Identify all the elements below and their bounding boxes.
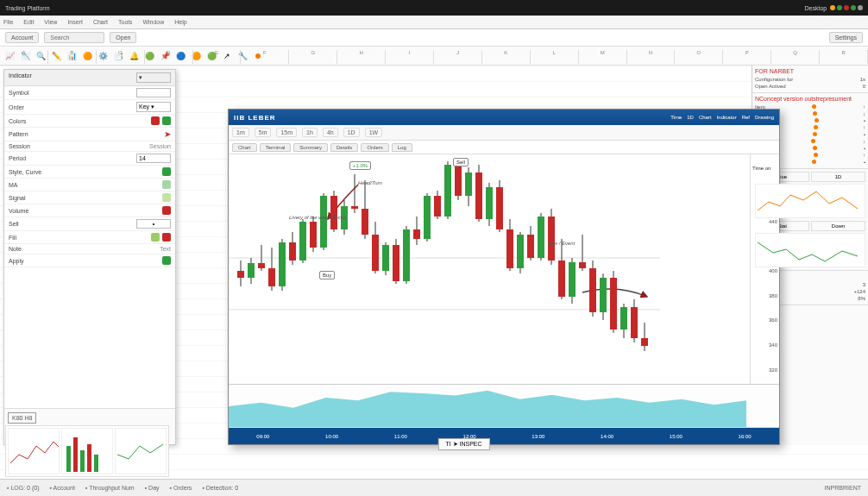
right-mini-chart-1 (755, 184, 865, 218)
timeframe-button[interactable]: 1h (302, 128, 318, 137)
bottom-mini-3 (115, 428, 167, 474)
menu-item[interactable]: View (44, 19, 57, 25)
color-swatch[interactable] (162, 206, 171, 215)
candle (517, 154, 524, 361)
panel-row: Sell• (4, 217, 175, 231)
color-swatch[interactable] (151, 233, 160, 242)
chart-tab[interactable]: Orders (361, 143, 388, 152)
menu-item[interactable]: Chart (93, 19, 108, 25)
col-head: A (0, 50, 48, 64)
color-swatch[interactable] (151, 116, 160, 125)
ribbon-open[interactable]: Open (110, 32, 136, 43)
right-header-1: FOR NARBET (755, 68, 865, 74)
col-head: K (482, 50, 531, 64)
candle (268, 154, 275, 361)
sell-button[interactable]: • (136, 219, 171, 229)
dropdown[interactable]: Key ▾ (136, 102, 171, 112)
status-dot (858, 5, 863, 10)
chart-tab[interactable]: Terminal (260, 143, 292, 152)
status-dot (844, 5, 849, 10)
panel-row-label: Apply (9, 258, 160, 264)
candle (403, 154, 410, 361)
orange-dot-icon (812, 104, 816, 109)
candle (486, 154, 493, 361)
status-dot (830, 5, 835, 10)
bottom-mini-1 (8, 428, 60, 474)
candle (455, 154, 462, 361)
menu-item[interactable]: Window (142, 19, 164, 25)
chart-tab[interactable]: Chart (232, 143, 257, 152)
color-swatch[interactable] (162, 116, 171, 125)
chart-plot[interactable]: +1.0%BuySellHead/Turn Livery of the work… (229, 154, 750, 384)
left-panel: Indicator ▾ Symbol OrderKey ▾ColorsPatte… (3, 69, 176, 445)
menu-item[interactable]: File (3, 19, 13, 25)
info-line: Open Actived0 (755, 83, 865, 90)
param-input[interactable] (136, 154, 171, 163)
ribbon-search[interactable] (44, 32, 104, 43)
chart-badge: +1.0% (349, 161, 371, 170)
ribbon-settings[interactable]: Settings (829, 32, 863, 43)
ribbon-account[interactable]: Account (5, 32, 39, 43)
panel-row-label: Signal (9, 195, 160, 201)
panel-row: Apply (4, 254, 175, 267)
color-swatch[interactable] (162, 256, 171, 265)
titlebar-item[interactable]: 1D (687, 115, 694, 120)
menu-item[interactable]: Tools (118, 19, 132, 25)
titlebar-item[interactable]: Chart (699, 115, 712, 120)
col-head: F (241, 50, 289, 64)
timeframe-button[interactable]: 1W (365, 128, 383, 137)
menu-item[interactable]: Edit (23, 19, 34, 25)
candle (538, 154, 544, 361)
symbol-input[interactable] (136, 88, 171, 97)
panel-row: OrderKey ▾ (4, 100, 175, 115)
bottom-mini-charts (5, 425, 169, 477)
chart-titlebar[interactable]: IIB LEBER Time1DChartIndicatorRefDrawing (229, 110, 779, 125)
col-head: P (723, 50, 771, 64)
ytick: 440 (752, 219, 777, 224)
chart-tab[interactable]: Log (392, 143, 412, 152)
panel-row: Pattern➤ (4, 128, 175, 141)
candle (382, 154, 389, 361)
ytick: 380 (752, 293, 777, 298)
timeframe-button[interactable]: 15m (276, 128, 297, 137)
color-swatch[interactable] (162, 167, 171, 176)
status-item: ▪ Account (50, 485, 75, 491)
candle (310, 154, 317, 361)
chart-tab[interactable]: Summary (293, 143, 328, 152)
timeframe-button[interactable]: 1m (232, 128, 249, 137)
panel-row-label: Volume (9, 208, 160, 214)
titlebar-right: Desktop (805, 5, 864, 11)
right-section-info: FOR NARBET Configuration for1sOpen Activ… (752, 66, 868, 93)
annotation: Livery of the work stocks (289, 215, 346, 220)
timeframe-button[interactable]: 5m (255, 128, 272, 137)
color-swatch[interactable] (162, 180, 171, 189)
annotation: Low / Event (548, 241, 575, 246)
timeframe-button[interactable]: 1D (343, 128, 360, 137)
panel-row: Volume (4, 204, 175, 217)
mini-card-down[interactable]: Down (811, 221, 865, 231)
chart-badge: Buy (319, 271, 335, 279)
panel-row: Style, Curve (4, 166, 175, 179)
titlebar-item[interactable]: Indicator (717, 115, 737, 120)
menu-item[interactable]: Insert (67, 19, 83, 25)
titlebar-item[interactable]: Ref (742, 115, 750, 120)
timeframe-button[interactable]: 4h (323, 128, 338, 137)
svg-rect-5 (80, 450, 85, 472)
color-swatch[interactable] (162, 233, 171, 242)
color-swatch[interactable] (162, 193, 171, 202)
menu-item[interactable]: Help (174, 19, 186, 25)
titlebar-item[interactable]: Time (670, 115, 682, 120)
mini-card-1d[interactable]: 1D (811, 172, 865, 182)
titlebar-item[interactable]: Drawing (755, 115, 774, 120)
orange-dot-icon (813, 111, 817, 116)
candle (237, 154, 244, 361)
chart-tab[interactable]: Details (330, 143, 358, 152)
bottom-mini-2 (61, 428, 113, 474)
chart-badge: Sell (453, 158, 469, 166)
candle (351, 154, 358, 361)
right-header-2: NConcept version outstrepresument (755, 96, 865, 102)
panel-row: Symbol (4, 86, 175, 100)
candle (320, 154, 327, 361)
candle (424, 154, 431, 361)
chart-window: IIB LEBER Time1DChartIndicatorRefDrawing… (228, 109, 780, 445)
